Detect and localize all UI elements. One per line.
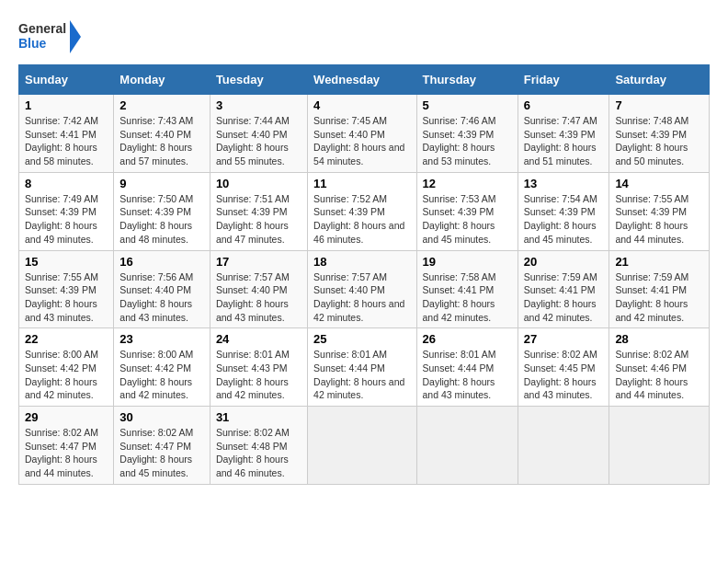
calendar-cell: 31 Sunrise: 8:02 AMSunset: 4:48 PMDaylig…	[210, 407, 307, 485]
day-number: 14	[615, 177, 703, 190]
calendar-cell: 21 Sunrise: 7:59 AMSunset: 4:41 PMDaylig…	[609, 250, 710, 328]
calendar-cell: 2 Sunrise: 7:43 AMSunset: 4:40 PMDayligh…	[114, 95, 210, 173]
calendar-day-header: Friday	[518, 65, 609, 95]
calendar-cell	[609, 407, 710, 485]
day-number: 25	[313, 332, 410, 346]
day-number: 1	[25, 98, 108, 112]
cell-info: Sunrise: 7:53 AMSunset: 4:39 PMDaylight:…	[423, 193, 496, 245]
cell-info: Sunrise: 7:54 AMSunset: 4:39 PMDaylight:…	[524, 193, 597, 245]
calendar-cell: 30 Sunrise: 8:02 AMSunset: 4:47 PMDaylig…	[114, 407, 210, 485]
calendar-day-header: Tuesday	[210, 65, 307, 95]
calendar-cell: 27 Sunrise: 8:02 AMSunset: 4:45 PMDaylig…	[518, 328, 609, 407]
day-number: 12	[423, 177, 512, 190]
svg-text:Blue: Blue	[18, 36, 47, 51]
cell-info: Sunrise: 8:00 AMSunset: 4:42 PMDaylight:…	[119, 349, 193, 400]
calendar-week-row: 15 Sunrise: 7:55 AMSunset: 4:39 PMDaylig…	[19, 250, 710, 328]
day-number: 28	[615, 332, 703, 346]
cell-info: Sunrise: 7:58 AMSunset: 4:41 PMDaylight:…	[423, 271, 496, 323]
cell-info: Sunrise: 7:45 AMSunset: 4:40 PMDaylight:…	[313, 115, 404, 167]
calendar-week-row: 29 Sunrise: 8:02 AMSunset: 4:47 PMDaylig…	[19, 407, 710, 485]
calendar-day-header: Thursday	[416, 65, 518, 95]
cell-info: Sunrise: 8:00 AMSunset: 4:42 PMDaylight:…	[25, 349, 98, 400]
calendar-day-header: Sunday	[19, 65, 114, 95]
day-number: 26	[423, 332, 512, 346]
cell-info: Sunrise: 7:42 AMSunset: 4:41 PMDaylight:…	[25, 115, 98, 167]
calendar-cell: 26 Sunrise: 8:01 AMSunset: 4:44 PMDaylig…	[416, 328, 518, 407]
day-number: 19	[423, 255, 512, 269]
calendar-cell: 10 Sunrise: 7:51 AMSunset: 4:39 PMDaylig…	[210, 172, 307, 250]
calendar-cell: 18 Sunrise: 7:57 AMSunset: 4:40 PMDaylig…	[308, 250, 416, 328]
cell-info: Sunrise: 7:56 AMSunset: 4:40 PMDaylight:…	[119, 271, 193, 323]
day-number: 27	[524, 332, 604, 346]
cell-info: Sunrise: 8:02 AMSunset: 4:47 PMDaylight:…	[25, 427, 98, 478]
calendar-cell: 7 Sunrise: 7:48 AMSunset: 4:39 PMDayligh…	[609, 95, 710, 173]
svg-marker-2	[70, 20, 81, 53]
day-number: 11	[313, 177, 410, 190]
cell-info: Sunrise: 7:43 AMSunset: 4:40 PMDaylight:…	[119, 115, 193, 167]
calendar-cell: 8 Sunrise: 7:49 AMSunset: 4:39 PMDayligh…	[19, 172, 114, 250]
calendar-cell: 15 Sunrise: 7:55 AMSunset: 4:39 PMDaylig…	[19, 250, 114, 328]
calendar-cell: 3 Sunrise: 7:44 AMSunset: 4:40 PMDayligh…	[210, 95, 307, 173]
calendar-cell: 5 Sunrise: 7:46 AMSunset: 4:39 PMDayligh…	[416, 95, 518, 173]
calendar-table: SundayMondayTuesdayWednesdayThursdayFrid…	[18, 64, 710, 485]
cell-info: Sunrise: 8:01 AMSunset: 4:43 PMDaylight:…	[216, 349, 290, 400]
cell-info: Sunrise: 7:50 AMSunset: 4:39 PMDaylight:…	[119, 193, 193, 245]
cell-info: Sunrise: 7:47 AMSunset: 4:39 PMDaylight:…	[524, 115, 597, 167]
day-number: 10	[216, 177, 301, 190]
day-number: 30	[119, 410, 204, 424]
calendar-cell: 9 Sunrise: 7:50 AMSunset: 4:39 PMDayligh…	[114, 172, 210, 250]
day-number: 31	[216, 410, 301, 424]
calendar-week-row: 8 Sunrise: 7:49 AMSunset: 4:39 PMDayligh…	[19, 172, 710, 250]
day-number: 29	[25, 410, 108, 424]
cell-info: Sunrise: 7:48 AMSunset: 4:39 PMDaylight:…	[615, 115, 688, 167]
day-number: 8	[25, 177, 108, 190]
cell-info: Sunrise: 8:01 AMSunset: 4:44 PMDaylight:…	[313, 349, 404, 400]
calendar-cell: 13 Sunrise: 7:54 AMSunset: 4:39 PMDaylig…	[518, 172, 609, 250]
calendar-header-row: SundayMondayTuesdayWednesdayThursdayFrid…	[19, 65, 710, 95]
cell-info: Sunrise: 8:02 AMSunset: 4:46 PMDaylight:…	[615, 349, 688, 400]
cell-info: Sunrise: 7:44 AMSunset: 4:40 PMDaylight:…	[216, 115, 290, 167]
day-number: 5	[423, 98, 512, 112]
day-number: 2	[119, 98, 204, 112]
cell-info: Sunrise: 7:55 AMSunset: 4:39 PMDaylight:…	[615, 193, 688, 245]
calendar-day-header: Wednesday	[308, 65, 416, 95]
calendar-cell: 22 Sunrise: 8:00 AMSunset: 4:42 PMDaylig…	[19, 328, 114, 407]
day-number: 23	[119, 332, 204, 346]
calendar-cell: 29 Sunrise: 8:02 AMSunset: 4:47 PMDaylig…	[19, 407, 114, 485]
page-header: General Blue	[18, 18, 710, 55]
calendar-cell: 17 Sunrise: 7:57 AMSunset: 4:40 PMDaylig…	[210, 250, 307, 328]
day-number: 6	[524, 98, 604, 112]
day-number: 22	[25, 332, 108, 346]
day-number: 16	[119, 255, 204, 269]
cell-info: Sunrise: 7:57 AMSunset: 4:40 PMDaylight:…	[313, 271, 404, 323]
day-number: 20	[524, 255, 604, 269]
day-number: 21	[615, 255, 703, 269]
cell-info: Sunrise: 7:49 AMSunset: 4:39 PMDaylight:…	[25, 193, 98, 245]
cell-info: Sunrise: 7:51 AMSunset: 4:39 PMDaylight:…	[216, 193, 290, 245]
day-number: 9	[119, 177, 204, 190]
svg-text:General: General	[18, 21, 66, 36]
cell-info: Sunrise: 7:57 AMSunset: 4:40 PMDaylight:…	[216, 271, 290, 323]
calendar-week-row: 1 Sunrise: 7:42 AMSunset: 4:41 PMDayligh…	[19, 95, 710, 173]
calendar-cell: 20 Sunrise: 7:59 AMSunset: 4:41 PMDaylig…	[518, 250, 609, 328]
day-number: 17	[216, 255, 301, 269]
calendar-day-header: Saturday	[609, 65, 710, 95]
day-number: 3	[216, 98, 301, 112]
day-number: 18	[313, 255, 410, 269]
cell-info: Sunrise: 7:46 AMSunset: 4:39 PMDaylight:…	[423, 115, 496, 167]
cell-info: Sunrise: 8:02 AMSunset: 4:45 PMDaylight:…	[524, 349, 597, 400]
calendar-cell: 25 Sunrise: 8:01 AMSunset: 4:44 PMDaylig…	[308, 328, 416, 407]
cell-info: Sunrise: 7:55 AMSunset: 4:39 PMDaylight:…	[25, 271, 98, 323]
calendar-cell: 16 Sunrise: 7:56 AMSunset: 4:40 PMDaylig…	[114, 250, 210, 328]
calendar-cell	[308, 407, 416, 485]
day-number: 4	[313, 98, 410, 112]
logo-svg: General Blue	[18, 18, 83, 55]
calendar-cell: 19 Sunrise: 7:58 AMSunset: 4:41 PMDaylig…	[416, 250, 518, 328]
cell-info: Sunrise: 7:52 AMSunset: 4:39 PMDaylight:…	[313, 193, 404, 245]
calendar-cell	[518, 407, 609, 485]
calendar-cell: 4 Sunrise: 7:45 AMSunset: 4:40 PMDayligh…	[308, 95, 416, 173]
day-number: 24	[216, 332, 301, 346]
cell-info: Sunrise: 7:59 AMSunset: 4:41 PMDaylight:…	[615, 271, 688, 323]
day-number: 15	[25, 255, 108, 269]
day-number: 7	[615, 98, 703, 112]
